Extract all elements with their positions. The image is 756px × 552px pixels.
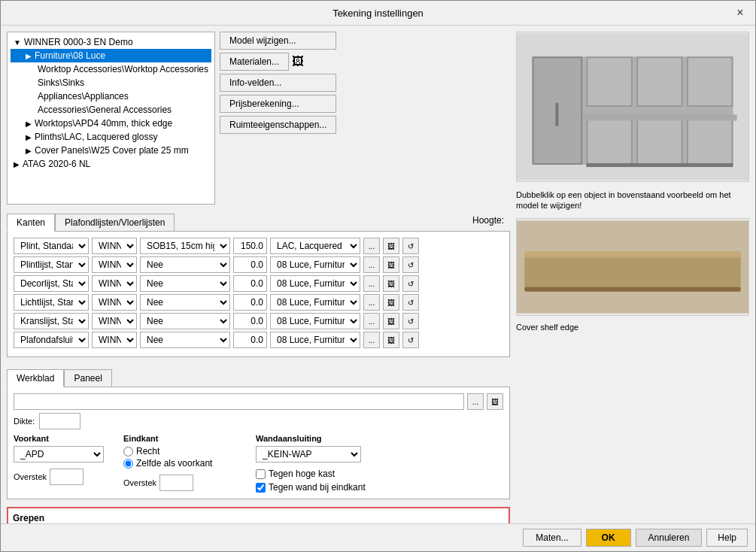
kanten-refresh-2[interactable]: ↺: [402, 275, 419, 292]
kanten-img-4[interactable]: 🖼: [383, 313, 399, 329]
overstek-input[interactable]: 40.0: [50, 469, 83, 485]
kanten-dots-3[interactable]: ...: [363, 294, 380, 311]
three-col: Voorkant _APD Overstek 40.0 Eindkant: [14, 434, 503, 493]
svg-rect-18: [586, 163, 733, 167]
model-button[interactable]: Model wijzigen...: [220, 32, 336, 50]
kanten-row-5: PlafondafsluitrWINNENee08 Luce, Furnitur…: [14, 332, 503, 348]
kanten-num-0[interactable]: [233, 238, 267, 254]
kanten-img-0[interactable]: 🖼: [383, 238, 399, 254]
close-button[interactable]: ×: [733, 5, 748, 20]
kanten-refresh-3[interactable]: ↺: [402, 294, 419, 311]
werkblad-dots-btn[interactable]: ...: [467, 393, 484, 410]
kanten-dots-4[interactable]: ...: [363, 313, 380, 329]
kanten-col2-5[interactable]: WINNE: [92, 332, 137, 348]
kanten-col4-0[interactable]: LAC, Lacquered glossy,: [270, 238, 360, 254]
kanten-col4-3[interactable]: 08 Luce, Furniture: [270, 294, 360, 311]
kanten-col1-0[interactable]: Plint, Standaar: [14, 238, 89, 254]
kanten-row-2: Decorlijst, StanWINNENee08 Luce, Furnitu…: [14, 275, 503, 292]
kanten-col4-5[interactable]: 08 Luce, Furniture: [270, 332, 360, 348]
kanten-col3-0[interactable]: SOB15, 15cm high: [140, 238, 230, 254]
help-button[interactable]: Help: [706, 529, 748, 547]
wandaansluiting-select[interactable]: _KEIN-WAP: [256, 446, 361, 463]
svg-rect-16: [688, 120, 731, 162]
tree-item-sinks[interactable]: Sinks\Sinks: [11, 76, 211, 89]
kanten-refresh-0[interactable]: ↺: [402, 238, 419, 254]
kanten-col1-5[interactable]: Plafondafsluitr: [14, 332, 89, 348]
voorkant-select[interactable]: _APD: [14, 446, 104, 463]
kanten-col2-3[interactable]: WINNE: [92, 294, 137, 311]
kanten-col4-2[interactable]: 08 Luce, Furniture: [270, 275, 360, 292]
ruimte-button[interactable]: Ruimteeigenschappen...: [220, 116, 336, 134]
kanten-col3-1[interactable]: Nee: [140, 256, 230, 273]
eindkant-section: Eindkant Recht Zelfde als voorkant: [123, 434, 244, 493]
kanten-col3-3[interactable]: Nee: [140, 294, 230, 311]
kanten-col1-3[interactable]: Lichtlijst, Stand: [14, 294, 89, 311]
tree-area[interactable]: ▼WINNER 0000-3 EN Demo▶Furniture\08 Luce…: [7, 32, 215, 205]
kanten-img-3[interactable]: 🖼: [383, 294, 399, 311]
tree-item-furniture[interactable]: ▶Furniture\08 Luce: [11, 49, 211, 62]
tree-item-plinths[interactable]: ▶Plinths\LAC, Lacquered glossy: [11, 130, 211, 144]
kanten-dots-2[interactable]: ...: [363, 275, 380, 292]
eindkant-overstek-input[interactable]: 5.0: [159, 475, 193, 491]
kanten-num-3[interactable]: [233, 294, 267, 311]
kanten-col4-4[interactable]: 08 Luce, Furniture: [270, 313, 360, 329]
kanten-col2-0[interactable]: WINNE: [92, 238, 137, 254]
kanten-num-1[interactable]: [233, 256, 267, 273]
tree-arrow-plinths: ▶: [26, 133, 32, 141]
tab-plafond[interactable]: Plafondlijsten/Vloerlijsten: [55, 214, 175, 231]
kanten-col1-2[interactable]: Decorlijst, Stan: [14, 275, 89, 292]
kanten-dots-5[interactable]: ...: [363, 332, 380, 348]
dikte-input[interactable]: 40.0: [39, 413, 80, 429]
tree-item-general-acc[interactable]: Accessories\General Accessories: [11, 103, 211, 117]
tree-item-worktop-acc[interactable]: Worktop Accessories\Worktop Accessories: [11, 62, 211, 76]
tab-paneel[interactable]: Paneel: [64, 369, 111, 387]
kanten-col2-2[interactable]: WINNE: [92, 275, 137, 292]
radio-zelfde-input[interactable]: [123, 459, 133, 469]
bottom-bar: Maten... OK Annuleren Help: [1, 523, 755, 551]
kanten-num-5[interactable]: [233, 332, 267, 348]
tree-item-worktops[interactable]: ▶Worktops\APD4 40mm, thick edge: [11, 117, 211, 130]
kanten-col2-1[interactable]: WINNE: [92, 256, 137, 273]
kanten-col1-4[interactable]: Kranslijst, Stan: [14, 313, 89, 329]
kanten-refresh-1[interactable]: ↺: [402, 256, 419, 273]
kanten-col3-4[interactable]: Nee: [140, 313, 230, 329]
kanten-dots-1[interactable]: ...: [363, 256, 380, 273]
ok-button[interactable]: OK: [586, 529, 631, 547]
werkblad-icon-btn[interactable]: 🖼: [487, 393, 503, 410]
tab-werkblad[interactable]: Werkblad: [7, 369, 64, 387]
kanten-refresh-4[interactable]: ↺: [402, 313, 419, 329]
kanten-col3-5[interactable]: Nee: [140, 332, 230, 348]
prijs-button[interactable]: Prijsberekening...: [220, 95, 336, 113]
kanten-col3-2[interactable]: Nee: [140, 275, 230, 292]
tegen-wand-label: Tegen wand bij eindkant: [269, 482, 366, 493]
tree-label-plinths: Plinths\LAC, Lacquered glossy: [35, 132, 157, 142]
kanten-dots-0[interactable]: ...: [363, 238, 380, 254]
tree-item-winner[interactable]: ▼WINNER 0000-3 EN Demo: [11, 35, 211, 49]
kanten-img-5[interactable]: 🖼: [383, 332, 399, 348]
grepen-section: Grepen 1 WINNER 0000-3 EN Demo Horizonta…: [7, 507, 510, 523]
tab-kanten[interactable]: Kanten: [7, 214, 55, 232]
tree-item-appliances[interactable]: Appliances\Appliances: [11, 89, 211, 103]
werkblad-input[interactable]: WINNER 0000-3 EN Demo, Worktops: APD4 40…: [14, 393, 464, 410]
info-button[interactable]: Info-velden...: [220, 74, 336, 92]
kanten-col4-1[interactable]: 08 Luce, Furniture: [270, 256, 360, 273]
tree-item-cover[interactable]: ▶Cover Panels\W25 Cover plate 25 mm: [11, 144, 211, 157]
tree-item-atag[interactable]: ▶ATAG 2020-6 NL: [11, 157, 211, 171]
kanten-img-2[interactable]: 🖼: [383, 275, 399, 292]
preview-top: [516, 32, 749, 182]
main-content: ▼WINNER 0000-3 EN Demo▶Furniture\08 Luce…: [1, 26, 755, 523]
kanten-num-2[interactable]: [233, 275, 267, 292]
kanten-img-1[interactable]: 🖼: [383, 256, 399, 273]
kanten-num-4[interactable]: [233, 313, 267, 329]
materialen-button[interactable]: Materialen...: [220, 53, 289, 71]
kanten-col1-1[interactable]: Plintlijst, Stand: [14, 256, 89, 273]
kanten-refresh-5[interactable]: ↺: [402, 332, 419, 348]
maten-button[interactable]: Maten...: [523, 529, 581, 547]
tegen-wand-input[interactable]: [256, 483, 266, 493]
kanten-col2-4[interactable]: WINNE: [92, 313, 137, 329]
annuleren-button[interactable]: Annuleren: [636, 529, 703, 547]
preview-bottom[interactable]: [516, 218, 749, 316]
radio-recht-input[interactable]: [123, 447, 133, 456]
tegen-hoge-input[interactable]: [256, 469, 266, 479]
preview-caption-text: Dubbelklik op een object in bovenstaand …: [516, 190, 731, 210]
